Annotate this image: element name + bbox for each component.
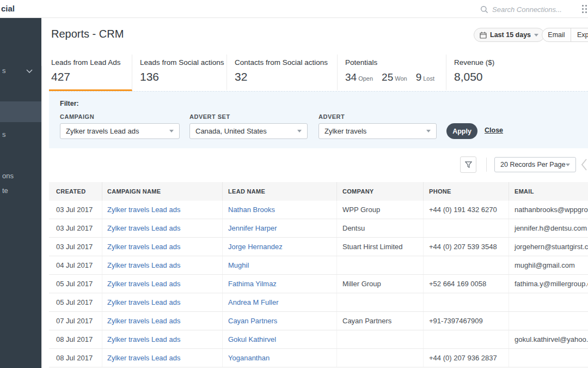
tab-leads-from-social-actions[interactable]: Leads from Social actions 136 <box>132 55 227 91</box>
cell-email <box>509 349 588 367</box>
campaign-link[interactable]: Zylker travels Lead ads <box>107 280 180 288</box>
advert-set-select[interactable]: Canada, United States <box>189 123 308 139</box>
cell-company: Stuart Hirst Limited <box>336 238 423 256</box>
chevron-down-icon <box>169 130 174 132</box>
sidebar-item-3[interactable]: ons <box>0 170 41 183</box>
page-title: Reports - CRM <box>51 28 124 40</box>
cell-email: gokul.kathirvel@yahoo.com <box>509 330 588 348</box>
sidebar-item-1[interactable]: s <box>0 65 41 78</box>
calendar-icon <box>480 32 487 39</box>
chevron-down-icon <box>297 130 302 132</box>
lead-link[interactable]: Andrea M Fuller <box>228 298 278 306</box>
cell-phone: +44 (0) 207 539 3548 <box>423 238 509 256</box>
cell-phone <box>423 256 509 274</box>
search-connections-input[interactable]: Search Connections... <box>480 3 573 15</box>
date-range-button[interactable]: Last 15 days <box>474 28 544 42</box>
table-row: 04 Jul 2017 Zylker travels Lead ads Mugh… <box>49 256 588 275</box>
advert-set-label: ADVERT SET <box>189 113 230 120</box>
screen: cial Search Connections... s s ons <box>0 0 588 368</box>
card-label: Leads from Social actions <box>140 58 226 67</box>
campaign-link[interactable]: Zylker travels Lead ads <box>107 317 180 325</box>
campaign-link[interactable]: Zylker travels Lead ads <box>107 354 180 362</box>
cell-created: 07 Jul 2017 <box>49 312 102 330</box>
lead-link[interactable]: Yogananthan <box>228 354 270 362</box>
campaign-link[interactable]: Zylker travels Lead ads <box>107 243 180 251</box>
cell-email <box>509 312 588 330</box>
cell-email: jennifer.h@dentsu.com <box>509 219 588 237</box>
campaign-link[interactable]: Zylker travels Lead ads <box>107 224 180 232</box>
card-value: 32 <box>235 70 337 83</box>
cell-company: WPP Group <box>336 201 423 219</box>
card-value: 8,050 <box>454 70 588 83</box>
divider <box>486 158 487 172</box>
card-value: 427 <box>51 70 132 83</box>
sidebar-item-1-label: s <box>2 67 6 75</box>
lead-link[interactable]: Jennifer Harper <box>228 224 277 232</box>
sidebar: s s ons te <box>0 18 41 368</box>
records-per-page-select[interactable]: 20 Records Per Page <box>494 157 576 172</box>
column-header-company: COMPANY <box>336 182 423 201</box>
campaign-link[interactable]: Zylker travels Lead ads <box>107 261 180 269</box>
apply-button[interactable]: Apply <box>446 123 477 139</box>
tab-potentials[interactable]: Potentials 34Open 25Won 9Lost <box>338 55 446 91</box>
table-row: 07 Jul 2017 Zylker travels Lead ads Caya… <box>49 312 588 330</box>
campaign-select[interactable]: Zylker travels Lead ads <box>60 123 180 139</box>
pagination-prev-icon[interactable] <box>580 158 588 171</box>
lead-link[interactable]: Jorge Hernandez <box>228 243 283 251</box>
column-header-lead-name: LEAD NAME <box>222 182 336 201</box>
tab-leads-from-lead-ads[interactable]: Leads from Lead Ads 427 <box>49 55 132 91</box>
column-header-created: CREATED <box>49 182 102 201</box>
filter-panel: Filter: CAMPAIGN Zylker travels Lead ads… <box>49 91 588 148</box>
cell-email <box>509 293 588 311</box>
cell-phone <box>423 330 509 348</box>
cell-company: Dentsu <box>336 219 423 237</box>
table-row: 03 Jul 2017 Zylker travels Lead ads Jorg… <box>49 238 588 256</box>
apps-grid-icon[interactable] <box>582 5 588 14</box>
cell-company <box>336 330 423 348</box>
export-button[interactable]: Export <box>571 28 588 41</box>
email-button[interactable]: Email <box>542 28 571 41</box>
card-label: Leads from Lead Ads <box>51 58 132 67</box>
advert-select[interactable]: Zylker travels <box>318 123 437 139</box>
column-header-campaign-name: CAMPAIGN NAME <box>102 182 222 201</box>
cell-email: mughil@gmail.com <box>509 256 588 274</box>
tab-revenue[interactable]: Revenue ($) 8,050 <box>446 55 588 91</box>
table-row: 08 Jul 2017 Zylker travels Lead ads Yoga… <box>49 349 588 367</box>
cell-email: fathima.y@millergroup.com <box>509 275 588 293</box>
table-row: 03 Jul 2017 Zylker travels Lead ads Jenn… <box>49 219 588 238</box>
cell-company: Cayan Partners <box>336 312 423 330</box>
tab-contacts-from-social-actions[interactable]: Contacts from Social actions 32 <box>227 55 338 91</box>
filter-toggle-button[interactable] <box>460 156 476 173</box>
sidebar-item-4[interactable]: te <box>0 185 41 198</box>
table-row: 05 Jul 2017 Zylker travels Lead ads Andr… <box>49 293 588 312</box>
sidebar-item-3-label: ons <box>2 172 14 180</box>
campaign-link[interactable]: Zylker travels Lead ads <box>107 206 180 214</box>
filter-title: Filter: <box>60 100 79 107</box>
lead-link[interactable]: Nathan Brooks <box>228 206 275 214</box>
records-per-page-value: 20 Records Per Page <box>500 161 566 168</box>
main-content: Reports - CRM Last 15 days Email Export … <box>41 18 588 368</box>
scroll-strip <box>41 66 42 368</box>
campaign-link[interactable]: Zylker travels Lead ads <box>107 298 180 306</box>
sidebar-item-active[interactable] <box>0 101 41 122</box>
close-link[interactable]: Close <box>485 126 503 134</box>
cell-phone: +44 (0) 207 936 2837 <box>423 349 509 367</box>
potentials-won: 25Won <box>382 71 407 83</box>
cell-created: 03 Jul 2017 <box>49 201 102 219</box>
campaign-link[interactable]: Zylker travels Lead ads <box>107 335 180 343</box>
table-header-row: CREATED CAMPAIGN NAME LEAD NAME COMPANY … <box>49 182 588 201</box>
chevron-down-icon <box>426 130 431 132</box>
chevron-down-icon <box>534 34 538 37</box>
lead-link[interactable]: Fathima Yilmaz <box>228 280 277 288</box>
table-row: 03 Jul 2017 Zylker travels Lead ads Nath… <box>49 201 588 219</box>
potentials-open: 34Open <box>345 71 373 83</box>
cell-phone: +91-7397467909 <box>423 312 509 330</box>
cell-created: 05 Jul 2017 <box>49 275 102 293</box>
sidebar-item-4-label: te <box>2 186 8 195</box>
cell-company <box>336 349 423 367</box>
lead-link[interactable]: Mughil <box>228 261 249 269</box>
lead-link[interactable]: Cayan Partners <box>228 317 277 325</box>
sidebar-item-2[interactable]: s <box>0 129 41 142</box>
lead-link[interactable]: Gokul Kathirvel <box>228 335 276 343</box>
header-action-group: Email Export <box>542 28 588 42</box>
